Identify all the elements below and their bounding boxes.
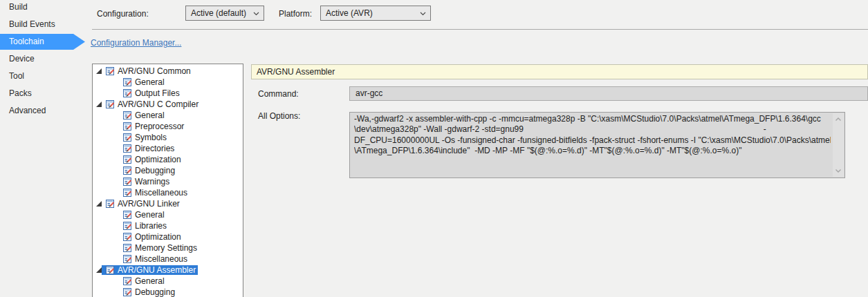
tree-child-label: Debugging — [135, 166, 175, 175]
expand-arrow-icon[interactable] — [96, 102, 102, 107]
tree-item-avr-gnu-c-compiler-miscellaneous[interactable]: Miscellaneous — [93, 187, 190, 198]
sidebar-item-build-events[interactable]: Build Events — [0, 16, 90, 33]
all-options-line: \ATmega_DFP\1.6.364\include" -MD -MP -MF… — [354, 146, 831, 156]
tree-node-avr-gnu-common[interactable]: AVR/GNU Common — [93, 66, 193, 77]
tree-item-avr-gnu-c-compiler-general[interactable]: General — [93, 110, 167, 121]
configuration-manager-link[interactable]: Configuration Manager... — [91, 38, 181, 48]
all-options-line: \dev\atmega328p" -Wall -gdwarf-2 -std=gn… — [354, 124, 831, 135]
property-page-icon — [123, 155, 132, 164]
toolchain-tree: AVR/GNU CommonGeneralOutput FilesAVR/GNU… — [92, 64, 243, 297]
sidebar-item-device[interactable]: Device — [0, 50, 90, 68]
tree-item-avr-gnu-c-compiler-symbols[interactable]: Symbols — [93, 132, 169, 143]
tree-node-label: AVR/GNU C Compiler — [118, 99, 198, 109]
scroll-up-icon[interactable] — [835, 116, 842, 123]
tree-item-avr-gnu-linker-miscellaneous[interactable]: Miscellaneous — [93, 253, 190, 265]
property-page-icon — [106, 67, 115, 76]
sidebar-item-toolchain[interactable]: Toolchain — [0, 34, 85, 50]
all-options-textbox[interactable]: -Wa,-gdwarf2 -x assembler-with-cpp -c -m… — [349, 112, 845, 178]
expand-arrow-icon[interactable] — [96, 68, 102, 74]
sidebar-item-build[interactable]: Build — [0, 0, 90, 16]
property-page-icon — [123, 133, 132, 142]
platform-label: Platform: — [279, 9, 312, 19]
all-options-scrollbar[interactable] — [833, 113, 844, 177]
tree-child-label: General — [135, 77, 165, 87]
sidebar-item-tool[interactable]: Tool — [0, 68, 90, 85]
property-page-icon — [106, 100, 115, 109]
tree-item-avr-gnu-c-compiler-directories[interactable]: Directories — [93, 143, 176, 154]
tree-child-label: Miscellaneous — [135, 254, 187, 264]
expand-arrow-icon[interactable] — [96, 267, 102, 273]
project-properties-toolchain-page: BuildBuild EventsToolchainDeviceToolPack… — [0, 0, 868, 297]
all-options-line: DF_CPU=16000000UL -Os -funsigned-char -f… — [354, 135, 831, 146]
configuration-dropdown[interactable]: Active (default) — [185, 6, 264, 21]
sidebar-item-packs[interactable]: Packs — [0, 85, 90, 102]
scroll-down-icon[interactable] — [835, 167, 842, 174]
tree-node-avr-gnu-c-compiler[interactable]: AVR/GNU C Compiler — [93, 99, 201, 110]
all-options-label: All Options: — [258, 111, 300, 121]
tree-item-avr-gnu-common-general[interactable]: General — [93, 77, 167, 88]
property-page-icon — [123, 222, 132, 231]
tree-item-avr-gnu-linker-memory-settings[interactable]: Memory Settings — [93, 242, 199, 253]
property-page-icon — [123, 89, 132, 98]
platform-dropdown-value: Active (AVR) — [326, 8, 373, 18]
property-page-icon — [123, 288, 132, 297]
tree-item-avr-gnu-c-compiler-debugging[interactable]: Debugging — [93, 165, 177, 176]
tree-child-label: General — [135, 210, 165, 220]
tree-item-avr-gnu-common-output-files[interactable]: Output Files — [93, 88, 182, 99]
command-label: Command: — [258, 89, 299, 99]
tree-child-label: Libraries — [135, 221, 167, 231]
tree-node-label: AVR/GNU Linker — [118, 199, 180, 209]
tree-child-label: General — [135, 111, 165, 120]
tree-item-avr-gnu-linker-libraries[interactable]: Libraries — [93, 220, 169, 231]
configuration-dropdown-value: Active (default) — [191, 8, 246, 18]
property-page-icon — [123, 144, 132, 153]
property-page-icon — [123, 166, 132, 175]
tree-item-avr-gnu-linker-general[interactable]: General — [93, 209, 167, 220]
property-page-icon — [123, 244, 132, 253]
tree-item-avr-gnu-assembler-general[interactable]: General — [93, 276, 167, 287]
property-page-icon — [123, 78, 132, 87]
panel-title: AVR/GNU Assembler — [257, 67, 335, 77]
tree-child-label: Miscellaneous — [135, 188, 187, 198]
expand-arrow-icon[interactable] — [96, 201, 102, 207]
all-options-line: -Wa,-gdwarf2 -x assembler-with-cpp -c -m… — [354, 114, 831, 124]
tree-child-label: Warnings — [135, 177, 169, 186]
property-page-icon — [123, 122, 132, 131]
property-page-icon — [123, 255, 132, 264]
tree-node-label: AVR/GNU Common — [118, 66, 191, 76]
chevron-down-icon — [253, 12, 259, 16]
tree-child-label: Output Files — [135, 88, 180, 98]
tree-item-avr-gnu-c-compiler-preprocessor[interactable]: Preprocessor — [93, 121, 186, 132]
tree-child-label: Debugging — [135, 287, 175, 297]
platform-dropdown[interactable]: Active (AVR) — [320, 6, 431, 21]
tree-child-label: General — [135, 276, 165, 286]
separator-line — [92, 29, 868, 30]
command-input[interactable]: avr-gcc — [349, 86, 868, 101]
all-options-text: -Wa,-gdwarf2 -x assembler-with-cpp -c -m… — [354, 114, 831, 176]
configuration-label: Configuration: — [97, 9, 149, 19]
panel-title-bar: AVR/GNU Assembler — [251, 64, 868, 79]
property-page-icon — [106, 200, 115, 209]
tree-child-label: Memory Settings — [135, 243, 197, 253]
command-value: avr-gcc — [355, 88, 382, 98]
property-page-icon — [123, 178, 132, 186]
tree-node-label: AVR/GNU Assembler — [118, 265, 196, 275]
tree-node-avr-gnu-assembler[interactable]: AVR/GNU Assembler — [93, 265, 198, 276]
property-page-icon — [123, 111, 132, 120]
property-page-icon — [106, 266, 115, 275]
tree-child-label: Preprocessor — [135, 122, 184, 131]
sidebar-item-advanced[interactable]: Advanced — [0, 102, 90, 119]
property-page-icon — [123, 233, 132, 242]
tree-item-avr-gnu-linker-optimization[interactable]: Optimization — [93, 231, 183, 242]
property-page-icon — [123, 189, 132, 198]
tree-child-label: Symbols — [135, 133, 167, 142]
tree-item-avr-gnu-c-compiler-warnings[interactable]: Warnings — [93, 176, 172, 187]
tree-item-avr-gnu-c-compiler-optimization[interactable]: Optimization — [93, 154, 183, 165]
chevron-down-icon — [420, 12, 426, 16]
tree-child-label: Optimization — [135, 232, 181, 242]
property-page-icon — [123, 211, 132, 220]
tree-child-label: Directories — [135, 144, 174, 153]
sidebar: BuildBuild EventsToolchainDeviceToolPack… — [0, 0, 90, 119]
tree-item-avr-gnu-assembler-debugging[interactable]: Debugging — [93, 287, 177, 297]
tree-node-avr-gnu-linker[interactable]: AVR/GNU Linker — [93, 198, 182, 209]
